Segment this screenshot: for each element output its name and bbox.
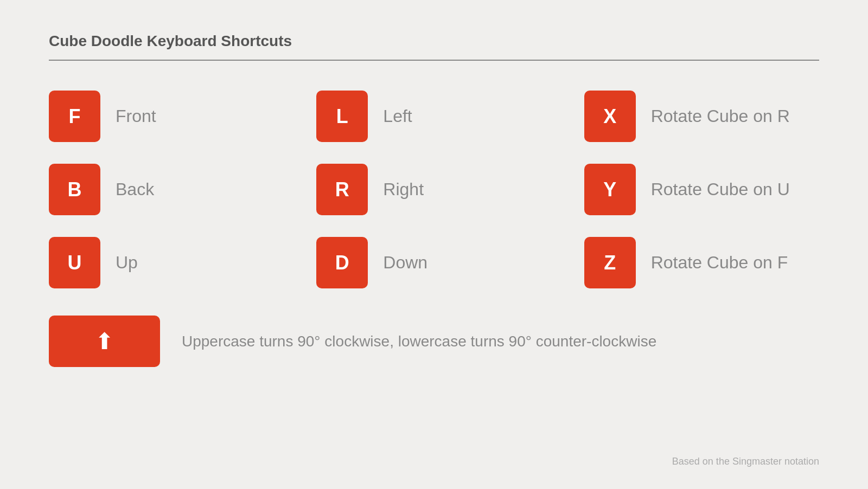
page-title: Cube Doodle Keyboard Shortcuts: [49, 33, 819, 50]
key-badge-u: U: [49, 237, 100, 288]
key-letter-y: Y: [603, 178, 616, 201]
key-letter-d: D: [335, 252, 349, 274]
key-letter-u: U: [68, 252, 82, 274]
shortcut-label-front: Front: [116, 106, 156, 126]
key-letter-z: Z: [604, 252, 616, 274]
up-arrow-icon: ⬆: [95, 328, 114, 355]
shortcut-label-back: Back: [116, 179, 154, 200]
key-badge-y: Y: [584, 164, 636, 215]
shortcuts-grid: F Front L Left X Rotate Cube on R B Back…: [49, 91, 819, 288]
shortcut-item-l: L Left: [316, 91, 551, 142]
shortcut-label-down: Down: [383, 253, 427, 273]
shift-key-badge: ⬆: [49, 316, 160, 367]
key-letter-r: R: [335, 178, 349, 201]
key-letter-f: F: [69, 105, 81, 128]
footer-row: ⬆ Uppercase turns 90° clockwise, lowerca…: [49, 316, 819, 367]
divider: [49, 60, 819, 61]
shortcut-item-u: U Up: [49, 237, 284, 288]
key-badge-d: D: [316, 237, 368, 288]
shortcut-item-d: D Down: [316, 237, 551, 288]
shortcut-item-b: B Back: [49, 164, 284, 215]
key-badge-f: F: [49, 91, 100, 142]
shortcut-label-rotate-u: Rotate Cube on U: [651, 179, 790, 200]
key-letter-x: X: [603, 105, 616, 128]
key-badge-l: L: [316, 91, 368, 142]
shortcut-label-right: Right: [383, 179, 424, 200]
shortcut-item-z: Z Rotate Cube on F: [584, 237, 819, 288]
key-badge-z: Z: [584, 237, 636, 288]
shortcut-item-r: R Right: [316, 164, 551, 215]
shortcut-label-rotate-r: Rotate Cube on R: [651, 106, 790, 126]
key-badge-r: R: [316, 164, 368, 215]
key-badge-x: X: [584, 91, 636, 142]
shortcut-item-x: X Rotate Cube on R: [584, 91, 819, 142]
footnote: Based on the Singmaster notation: [49, 445, 819, 467]
shortcut-label-left: Left: [383, 106, 412, 126]
footer-note: Uppercase turns 90° clockwise, lowercase…: [182, 333, 656, 350]
shortcut-label-rotate-f: Rotate Cube on F: [651, 253, 788, 273]
shortcut-item-y: Y Rotate Cube on U: [584, 164, 819, 215]
key-letter-l: L: [336, 105, 348, 128]
shortcut-item-f: F Front: [49, 91, 284, 142]
shortcut-label-up: Up: [116, 253, 138, 273]
key-badge-b: B: [49, 164, 100, 215]
key-letter-b: B: [68, 178, 82, 201]
